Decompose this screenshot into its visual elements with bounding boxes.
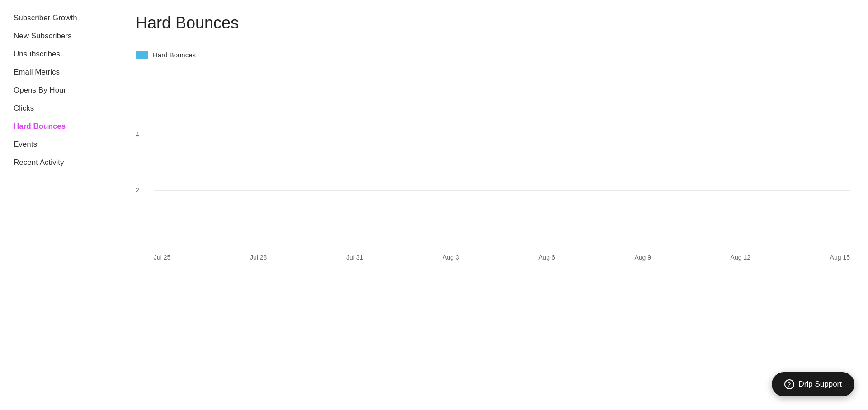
x-label: Aug 12 bbox=[731, 254, 750, 261]
x-label: Jul 25 bbox=[154, 254, 170, 261]
chart-top-border bbox=[154, 68, 850, 68]
sidebar-item-clicks[interactable]: Clicks bbox=[0, 99, 118, 117]
main-content: Hard Bounces Hard Bounces 42 Jul 25Jul 2… bbox=[118, 0, 868, 410]
chart-legend: Hard Bounces bbox=[136, 51, 850, 59]
drip-support-button[interactable]: ? Drip Support bbox=[772, 372, 854, 396]
sidebar-item-email-metrics[interactable]: Email Metrics bbox=[0, 63, 118, 81]
x-label: Jul 28 bbox=[250, 254, 267, 261]
x-axis: Jul 25Jul 28Jul 31Aug 3Aug 6Aug 9Aug 12A… bbox=[136, 248, 850, 261]
sidebar-item-subscriber-growth[interactable]: Subscriber Growth bbox=[0, 9, 118, 27]
sidebar-item-recent-activity[interactable]: Recent Activity bbox=[0, 154, 118, 172]
drip-support-label: Drip Support bbox=[799, 380, 842, 389]
x-label: Aug 9 bbox=[634, 254, 651, 261]
x-label: Aug 6 bbox=[538, 254, 555, 261]
legend-label: Hard Bounces bbox=[153, 51, 196, 59]
chart-container: Hard Bounces 42 Jul 25Jul 28Jul 31Aug 3A… bbox=[136, 51, 850, 261]
y-label-2: 2 bbox=[136, 186, 139, 194]
grid-line-2 bbox=[154, 190, 850, 191]
sidebar-item-hard-bounces[interactable]: Hard Bounces bbox=[0, 117, 118, 135]
x-label: Jul 31 bbox=[346, 254, 363, 261]
x-label: Aug 15 bbox=[830, 254, 850, 261]
page-title: Hard Bounces bbox=[136, 14, 850, 33]
sidebar-item-new-subscribers[interactable]: New Subscribers bbox=[0, 27, 118, 45]
y-label-4: 4 bbox=[136, 131, 139, 138]
legend-color-swatch bbox=[136, 51, 148, 59]
sidebar: Subscriber GrowthNew SubscribersUnsubscr… bbox=[0, 0, 118, 410]
chart-area: 42 bbox=[136, 68, 850, 248]
sidebar-item-events[interactable]: Events bbox=[0, 135, 118, 154]
grid-line-4 bbox=[154, 135, 850, 135]
drip-support-icon: ? bbox=[784, 379, 794, 389]
sidebar-item-opens-by-hour[interactable]: Opens By Hour bbox=[0, 81, 118, 99]
sidebar-item-unsubscribes[interactable]: Unsubscribes bbox=[0, 45, 118, 63]
x-label: Aug 3 bbox=[443, 254, 459, 261]
